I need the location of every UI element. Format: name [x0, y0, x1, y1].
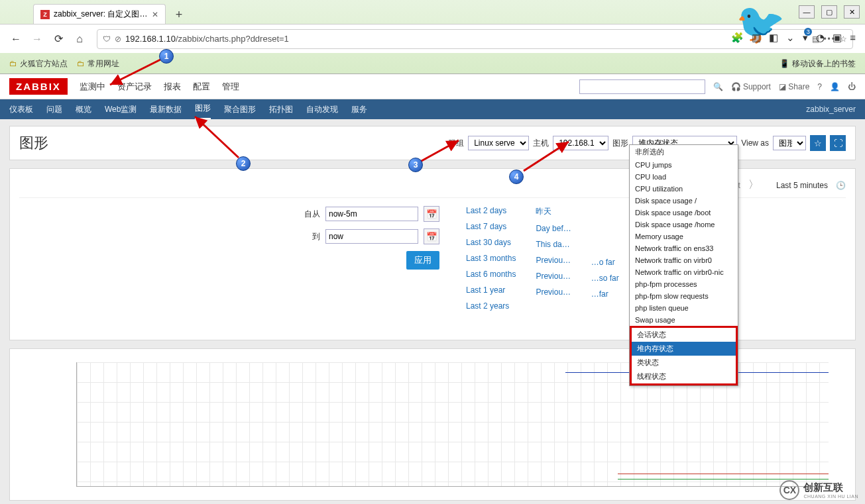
preset-link[interactable]: Last 30 days — [466, 238, 516, 247]
preset-link[interactable]: Previou… — [536, 256, 571, 265]
subnav-discovery[interactable]: 自动发现 — [306, 100, 338, 119]
dropdown-option[interactable]: php listen queue — [630, 302, 738, 314]
bookmark-folder-2[interactable]: 🗀常用网址 — [77, 58, 119, 70]
dropdown-option[interactable]: Disk space usage / — [630, 195, 738, 207]
dropdown-option[interactable]: 堆内存状态 — [632, 342, 736, 356]
downloads-icon[interactable]: 3▾ — [803, 32, 808, 44]
user-icon[interactable]: 👤 — [830, 82, 840, 91]
dropdown-option[interactable]: 会话状态 — [632, 328, 736, 342]
dropdown-option[interactable]: 非所选的 — [630, 145, 738, 159]
preset-link[interactable]: Last 2 years — [466, 301, 516, 311]
viewas-select[interactable]: 图形 — [773, 136, 806, 150]
dropdown-option[interactable]: CPU utilization — [630, 183, 738, 195]
subnav-services[interactable]: 服务 — [351, 100, 367, 119]
forward-button[interactable]: → — [28, 30, 46, 48]
dropdown-option[interactable]: CPU jumps — [630, 159, 738, 171]
to-calendar-button[interactable]: 📅 — [424, 228, 439, 244]
dropdown-option[interactable]: 类状态 — [632, 356, 736, 370]
account-icon[interactable]: ◔ — [816, 32, 825, 44]
preset-link[interactable]: Last 3 months — [466, 254, 516, 263]
preset-link[interactable]: Previou… — [536, 287, 571, 297]
current-range[interactable]: Last 5 minutes — [776, 181, 828, 190]
preset-link[interactable]: Previou… — [536, 272, 571, 281]
support-link[interactable]: 🎧 Support — [731, 82, 771, 91]
power-icon[interactable]: ⏻ — [848, 82, 856, 91]
subnav-screens[interactable]: 聚合图形 — [224, 100, 256, 119]
viewas-label: View as — [741, 138, 769, 148]
container-icon[interactable]: ▣ — [833, 32, 842, 44]
subnav-graphs[interactable]: 图形 — [195, 99, 211, 120]
preset-link[interactable]: …so far — [591, 274, 619, 283]
preset-link[interactable]: Last 7 days — [466, 222, 516, 231]
dropdown-option[interactable]: Network traffic on virbr0-nic — [630, 266, 738, 278]
dropdown-option[interactable]: Network traffic on ens33 — [630, 242, 738, 254]
dropdown-option[interactable]: Disk space usage /boot — [630, 207, 738, 219]
subnav-maps[interactable]: 拓扑图 — [269, 100, 293, 119]
from-input[interactable] — [325, 207, 418, 221]
subnav-latest[interactable]: 最新数据 — [150, 100, 182, 119]
nav-config[interactable]: 配置 — [193, 81, 210, 93]
search-input[interactable] — [579, 79, 705, 94]
fullscreen-button[interactable]: ⛶ — [830, 135, 846, 151]
zabbix-favicon: Z — [40, 10, 50, 19]
minimize-button[interactable]: — — [799, 5, 815, 19]
preset-link[interactable]: …far — [591, 289, 619, 299]
group-select[interactable]: Linux servers — [468, 136, 529, 150]
bookmark-folder-1[interactable]: 🗀火狐官方站点 — [9, 58, 68, 70]
dropdown-option[interactable]: php-fpm processes — [630, 278, 738, 290]
host-select[interactable]: 192.168.1.8 — [553, 136, 608, 150]
back-button[interactable]: ← — [7, 30, 25, 48]
preset-link[interactable]: Day bef… — [536, 224, 571, 233]
site-identity-icon[interactable]: ⊘ — [115, 34, 121, 44]
menu-icon[interactable]: ≡ — [850, 32, 856, 44]
close-window-button[interactable]: ✕ — [844, 5, 860, 19]
library-icon[interactable]: ▥ — [752, 32, 761, 44]
dropdown-option[interactable]: Memory usage — [630, 230, 738, 242]
dropdown-option[interactable]: Network traffic on virbr0 — [630, 254, 738, 266]
browser-chrome: — ▢ ✕ 🐦 Z zabbix_server: 自定义图表 [每… ✕ + ←… — [0, 0, 865, 74]
share-link[interactable]: ◪ Share — [779, 82, 809, 91]
next-range-icon[interactable]: 〉 — [748, 178, 759, 192]
mobile-icon: 📱 — [779, 59, 789, 68]
to-input[interactable] — [325, 229, 418, 244]
nav-inventory[interactable]: 资产记录 — [117, 81, 152, 93]
extension-icon[interactable]: 🧩 — [731, 32, 744, 44]
preset-link[interactable]: This da… — [536, 240, 571, 249]
favorite-button[interactable]: ☆ — [810, 135, 826, 151]
reload-button[interactable]: ⟳ — [49, 30, 68, 48]
preset-link[interactable]: Last 2 days — [466, 206, 516, 215]
subnav-overview[interactable]: 概览 — [76, 100, 91, 119]
search-icon[interactable]: 🔍 — [713, 82, 723, 91]
home-button[interactable]: ⌂ — [70, 30, 89, 48]
pocket-icon[interactable]: ⌄ — [786, 32, 795, 44]
preset-link[interactable]: Last 6 months — [466, 270, 516, 279]
subnav-web[interactable]: Web监测 — [105, 100, 137, 119]
dropdown-option[interactable]: php-fpm slow requests — [630, 290, 738, 302]
subnav-dashboard[interactable]: 仪表板 — [9, 100, 33, 119]
subnav-problems[interactable]: 问题 — [46, 100, 62, 119]
zabbix-logo[interactable]: ZABBIX — [9, 78, 68, 95]
nav-reports[interactable]: 报表 — [164, 81, 181, 93]
preset-col2: 昨天Day bef…This da…Previou…Previou…Previo… — [536, 206, 571, 333]
preset-link[interactable]: Last 1 year — [466, 285, 516, 295]
sub-nav: 仪表板 问题 概览 Web监测 最新数据 图形 聚合图形 拓扑图 自动发现 服务… — [0, 99, 865, 119]
from-calendar-button[interactable]: 📅 — [424, 206, 439, 222]
from-label: 自从 — [304, 209, 320, 220]
dropdown-option[interactable]: Disk space usage /home — [630, 219, 738, 230]
bookmark-mobile[interactable]: 📱移动设备上的书签 — [779, 58, 856, 70]
apply-button[interactable]: 应用 — [406, 251, 439, 270]
nav-admin[interactable]: 管理 — [222, 81, 239, 93]
maximize-button[interactable]: ▢ — [821, 5, 837, 19]
help-icon[interactable]: ? — [817, 82, 822, 91]
nav-monitor[interactable]: 监测中 — [80, 81, 105, 93]
new-tab-button[interactable]: + — [170, 5, 188, 24]
browser-tab[interactable]: Z zabbix_server: 自定义图表 [每… ✕ — [33, 4, 166, 24]
dropdown-option[interactable]: 线程状态 — [632, 370, 736, 383]
tab-close-icon[interactable]: ✕ — [152, 10, 158, 19]
sidebar-icon[interactable]: ◧ — [769, 32, 778, 44]
dropdown-option[interactable]: Swap usage — [630, 314, 738, 326]
preset-link[interactable]: …o far — [591, 258, 619, 267]
preset-link[interactable]: 昨天 — [536, 206, 571, 217]
dropdown-option[interactable]: CPU load — [630, 171, 738, 183]
shield-icon[interactable]: 🛡 — [103, 34, 111, 44]
